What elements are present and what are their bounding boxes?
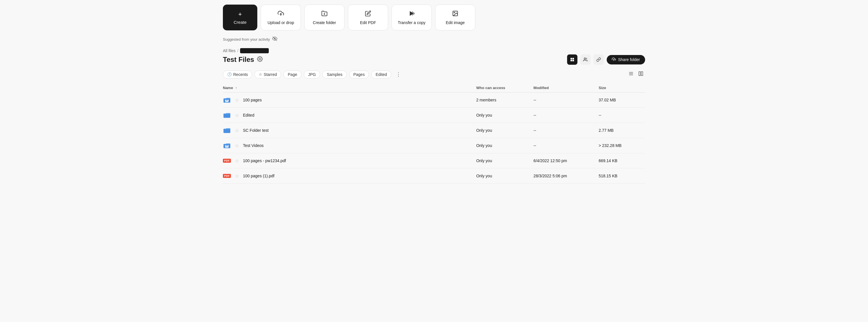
folder-settings-icon[interactable] (257, 56, 263, 63)
upload-drop-label: Upload or drop (268, 20, 294, 25)
share-icon (612, 57, 616, 62)
edit-image-button[interactable]: Edit image (435, 5, 475, 30)
filter-tabs: 🕐 Recents ☆ Starred Page JPG Samples Pag… (223, 70, 645, 79)
access-cell: Only you (476, 138, 533, 153)
star-button[interactable]: ☆ (234, 143, 240, 148)
file-name-content: PDF☆100 pages (1).pdf (223, 172, 473, 180)
modified-cell: 28/3/2022 5:06 pm (533, 169, 599, 184)
svg-point-6 (454, 12, 455, 13)
link-icon-button[interactable] (593, 55, 604, 65)
star-button[interactable]: ☆ (234, 173, 240, 179)
table-row[interactable]: ☆EditedOnly you---- (223, 108, 645, 123)
col-name[interactable]: Name ↑ (223, 83, 476, 93)
transfer-icon (408, 10, 415, 18)
create-folder-label: Create folder (313, 20, 336, 25)
file-name-text: Test Videos (243, 143, 264, 148)
table-row[interactable]: ☆100 pages2 members--37.02 MB (223, 93, 645, 108)
share-folder-label: Share folder (618, 57, 640, 62)
breadcrumb-all-files[interactable]: All files (223, 48, 236, 53)
list-view-button[interactable] (627, 70, 636, 79)
tab-samples-label: Samples (327, 72, 342, 77)
file-name-cell: ☆Edited (223, 108, 476, 123)
access-cell: 2 members (476, 93, 533, 108)
table-row[interactable]: PDF☆100 pages - pw1234.pdfOnly you6/4/20… (223, 153, 645, 169)
file-name-content: ☆Test Videos (223, 142, 473, 149)
col-access: Who can access (476, 83, 533, 93)
access-cell: Only you (476, 169, 533, 184)
star-button[interactable]: ☆ (234, 97, 240, 103)
size-cell: 2.77 MB (599, 123, 645, 138)
folder-shared-icon (223, 142, 231, 149)
svg-rect-10 (570, 58, 572, 59)
tab-starred-label: Starred (264, 72, 277, 77)
tab-starred[interactable]: ☆ Starred (254, 70, 281, 78)
file-name-cell: ☆Test Videos (223, 138, 476, 153)
table-row[interactable]: PDF☆100 pages (1).pdfOnly you28/3/2022 5… (223, 169, 645, 184)
tab-page[interactable]: Page (283, 70, 302, 78)
folder-title-row: Test Files (223, 56, 263, 64)
edit-pdf-label: Edit PDF (360, 20, 376, 25)
pdf-icon: PDF (223, 172, 231, 180)
star-icon: ☆ (259, 72, 262, 76)
svg-rect-11 (572, 58, 574, 59)
suggested-text: Suggested from your activity (223, 37, 270, 41)
view-toggle-button[interactable] (567, 55, 578, 65)
modified-cell: -- (533, 138, 599, 153)
access-cell: Only you (476, 108, 533, 123)
folder-plain-icon (223, 126, 231, 134)
col-size: Size (599, 83, 645, 93)
tab-pages[interactable]: Pages (349, 70, 369, 78)
transfer-copy-button[interactable]: Transfer a copy (392, 5, 432, 30)
grid-view-button[interactable] (637, 70, 645, 79)
star-button[interactable]: ☆ (234, 158, 240, 164)
svg-marker-4 (412, 11, 415, 16)
svg-point-23 (227, 100, 229, 101)
folder-header: Test Files (223, 55, 645, 65)
eye-icon (272, 36, 277, 42)
edit-pdf-button[interactable]: Edit PDF (348, 5, 388, 30)
file-name-text: 100 pages - pw1234.pdf (243, 158, 286, 163)
file-name-cell: ☆100 pages (223, 93, 476, 108)
file-name-text: SC Folder test (243, 128, 269, 133)
star-button[interactable]: ☆ (234, 128, 240, 133)
table-header-row: Name ↑ Who can access Modified Size (223, 83, 645, 93)
tab-edited-label: Edited (375, 72, 387, 77)
svg-point-9 (259, 58, 260, 60)
file-name-content: ☆Edited (223, 111, 473, 119)
size-cell: 37.02 MB (599, 93, 645, 108)
table-row[interactable]: ☆SC Folder testOnly you--2.77 MB (223, 123, 645, 138)
size-cell: -- (599, 108, 645, 123)
tab-jpg[interactable]: JPG (304, 70, 320, 78)
upload-drop-button[interactable]: Upload or drop (261, 5, 301, 30)
recents-icon: 🕐 (227, 72, 232, 76)
access-cell: Only you (476, 123, 533, 138)
create-button[interactable]: + Create (223, 5, 257, 30)
file-table: Name ↑ Who can access Modified Size (223, 83, 645, 184)
people-icon-button[interactable] (580, 55, 591, 65)
file-name-content: ☆100 pages (223, 96, 473, 104)
size-cell: 518.15 KB (599, 169, 645, 184)
tab-recents[interactable]: 🕐 Recents (223, 70, 252, 78)
star-button[interactable]: ☆ (234, 113, 240, 118)
svg-point-28 (227, 145, 229, 147)
breadcrumb-separator: / (237, 48, 238, 53)
breadcrumb: All files / (223, 48, 645, 53)
tab-pages-label: Pages (353, 72, 365, 77)
create-folder-button[interactable]: Create folder (304, 5, 344, 30)
file-name-content: ☆SC Folder test (223, 126, 473, 134)
tab-samples[interactable]: Samples (322, 70, 346, 78)
modified-cell: -- (533, 123, 599, 138)
edit-pdf-icon (365, 10, 371, 18)
share-folder-button[interactable]: Share folder (607, 55, 645, 65)
upload-icon (278, 10, 284, 18)
modified-cell: -- (533, 108, 599, 123)
size-cell: 669.14 KB (599, 153, 645, 169)
sort-icon: ↑ (235, 86, 237, 90)
table-row[interactable]: ☆Test VideosOnly you--> 232.28 MB (223, 138, 645, 153)
tab-jpg-label: JPG (308, 72, 316, 77)
svg-point-14 (584, 58, 585, 59)
pdf-icon: PDF (223, 157, 231, 165)
size-cell: > 232.28 MB (599, 138, 645, 153)
tab-edited[interactable]: Edited (371, 70, 391, 78)
more-tabs-button[interactable]: ⋮ (394, 70, 404, 79)
